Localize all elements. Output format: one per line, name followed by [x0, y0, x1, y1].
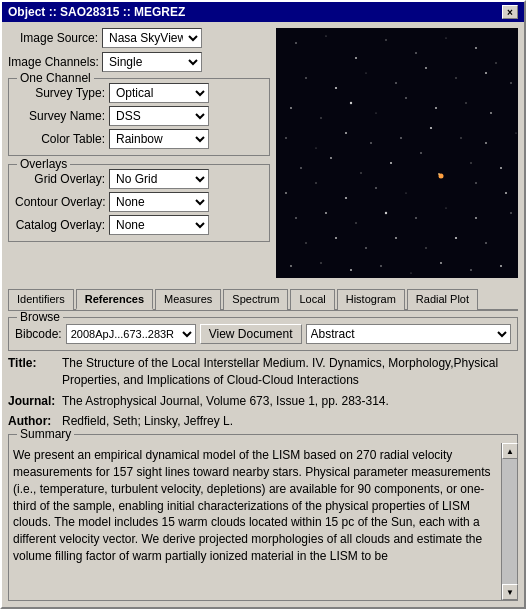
svg-point-0: [295, 42, 297, 44]
summary-content[interactable]: We present an empirical dynamical model …: [9, 443, 517, 600]
scroll-up-button[interactable]: ▲: [502, 443, 518, 459]
svg-point-32: [460, 137, 461, 138]
svg-point-65: [320, 262, 321, 263]
svg-point-47: [475, 182, 477, 184]
title-bar: Object :: SAO28315 :: MEGREZ ×: [2, 2, 524, 22]
grid-overlay-label: Grid Overlay:: [15, 172, 105, 186]
author-row: Author: Redfield, Seth; Linsky, Jeffrey …: [8, 413, 518, 430]
svg-point-10: [365, 72, 366, 73]
svg-point-58: [335, 237, 337, 239]
tab-histogram[interactable]: Histogram: [337, 289, 405, 310]
svg-point-18: [350, 102, 352, 104]
image-source-row: Image Source: Nasa SkyView: [8, 28, 270, 48]
svg-point-2: [355, 57, 357, 59]
svg-point-56: [510, 212, 512, 214]
view-document-button[interactable]: View Document: [200, 324, 302, 344]
svg-point-23: [490, 112, 492, 114]
summary-text: We present an empirical dynamical model …: [13, 448, 491, 563]
title-value: The Structure of the Local Interstellar …: [62, 355, 518, 389]
svg-point-69: [440, 262, 442, 264]
tab-identifiers[interactable]: Identifiers: [8, 289, 74, 310]
svg-point-14: [485, 72, 487, 74]
summary-label: Summary: [17, 427, 74, 441]
svg-point-7: [495, 62, 496, 63]
image-channels-label: Image Channels:: [8, 55, 98, 69]
contour-overlay-select[interactable]: None: [109, 192, 209, 212]
bibcode-label: Bibcode:: [15, 327, 62, 341]
svg-point-13: [455, 77, 456, 78]
tab-references[interactable]: References: [76, 289, 153, 310]
svg-point-12: [425, 67, 427, 69]
summary-group: Summary We present an empirical dynamica…: [8, 434, 518, 601]
svg-point-53: [415, 217, 417, 219]
svg-point-11: [395, 82, 397, 84]
svg-point-6: [475, 47, 477, 49]
title-row: Title: The Structure of the Local Inters…: [8, 355, 518, 389]
svg-point-19: [375, 112, 376, 113]
scrollbar: ▲ ▼: [501, 443, 517, 600]
svg-point-27: [370, 142, 372, 144]
survey-name-select[interactable]: DSS: [109, 106, 209, 126]
svg-point-46: [405, 192, 406, 193]
svg-point-26: [345, 132, 347, 134]
survey-type-row: Survey Type: Optical: [15, 83, 263, 103]
bibcode-select[interactable]: 2008ApJ...673..283R: [66, 324, 196, 344]
svg-point-54: [445, 207, 446, 208]
tab-measures[interactable]: Measures: [155, 289, 221, 310]
browse-row: Bibcode: 2008ApJ...673..283R View Docume…: [15, 324, 511, 344]
svg-point-24: [285, 137, 287, 139]
tab-spectrum[interactable]: Spectrum: [223, 289, 288, 310]
svg-point-30: [400, 137, 402, 139]
overlays-title: Overlays: [17, 157, 70, 171]
svg-point-33: [485, 142, 487, 144]
tabs: Identifiers References Measures Spectrum…: [8, 288, 518, 311]
svg-point-45: [375, 187, 377, 189]
svg-point-42: [285, 192, 287, 194]
svg-point-57: [305, 242, 306, 243]
controls-panel: Image Source: Nasa SkyView Image Channel…: [8, 28, 270, 278]
journal-label: Journal:: [8, 393, 58, 410]
close-button[interactable]: ×: [502, 5, 518, 19]
svg-point-67: [380, 265, 382, 267]
author-value: Redfield, Seth; Linsky, Jeffrey L.: [62, 413, 518, 430]
references-tab-content: Browse Bibcode: 2008ApJ...673..283R View…: [2, 311, 524, 607]
image-channels-select[interactable]: Single: [102, 52, 202, 72]
svg-point-3: [385, 39, 386, 40]
svg-point-63: [485, 242, 487, 244]
svg-point-31: [430, 127, 432, 129]
catalog-overlay-row: Catalog Overlay: None: [15, 215, 263, 235]
image-source-select[interactable]: Nasa SkyView: [102, 28, 202, 48]
svg-point-50: [325, 212, 327, 214]
browse-label: Browse: [17, 311, 63, 324]
tab-local[interactable]: Local: [290, 289, 334, 310]
svg-point-55: [475, 217, 477, 219]
svg-point-64: [290, 265, 292, 267]
star-field-svg: [276, 28, 518, 278]
window-title: Object :: SAO28315 :: MEGREZ: [8, 5, 185, 19]
svg-point-17: [320, 117, 321, 118]
survey-type-label: Survey Type:: [15, 86, 105, 100]
survey-type-select[interactable]: Optical: [109, 83, 209, 103]
svg-point-61: [425, 247, 426, 248]
scroll-track: [502, 459, 517, 584]
svg-point-22: [465, 102, 466, 103]
svg-point-1: [325, 35, 326, 36]
svg-point-38: [390, 162, 392, 164]
svg-point-60: [395, 237, 397, 239]
grid-overlay-select[interactable]: No Grid: [109, 169, 209, 189]
abstract-select[interactable]: Abstract: [306, 324, 511, 344]
overlays-group: Overlays Grid Overlay: No Grid Contour O…: [8, 164, 270, 242]
svg-point-4: [415, 52, 417, 54]
catalog-overlay-select[interactable]: None: [109, 215, 209, 235]
scroll-down-button[interactable]: ▼: [502, 584, 518, 600]
svg-point-40: [470, 162, 471, 163]
svg-point-71: [500, 265, 502, 267]
title-bar-buttons: ×: [502, 5, 518, 19]
tabs-container: Identifiers References Measures Spectrum…: [2, 284, 524, 311]
color-table-select[interactable]: Rainbow: [109, 129, 209, 149]
catalog-overlay-label: Catalog Overlay:: [15, 218, 105, 232]
svg-point-59: [365, 247, 367, 249]
tab-radial-plot[interactable]: Radial Plot: [407, 289, 478, 310]
title-label: Title:: [8, 355, 58, 389]
svg-point-34: [515, 132, 516, 133]
